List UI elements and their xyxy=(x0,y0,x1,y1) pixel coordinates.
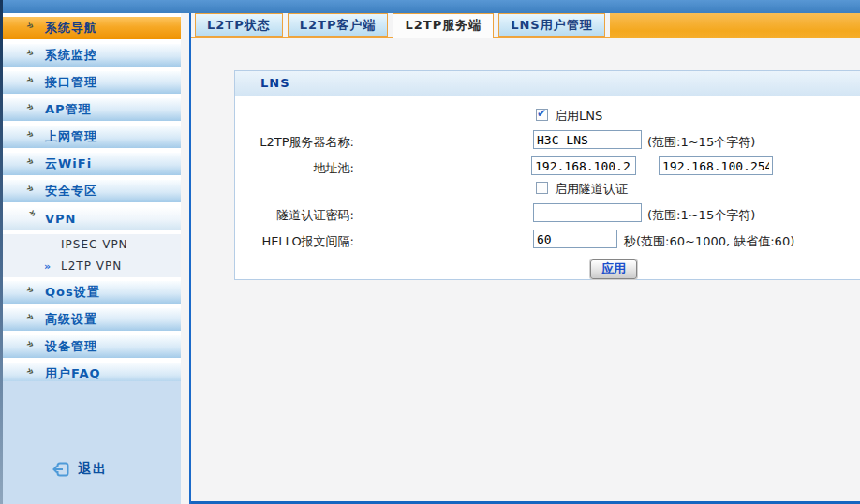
tab-l2tp-server[interactable]: L2TP服务端 xyxy=(393,13,494,38)
pool-end-input[interactable] xyxy=(659,156,773,175)
sidebar-item-label: 系统监控 xyxy=(45,47,97,64)
logout-button[interactable]: 退出 xyxy=(52,461,108,478)
sidebar-item-label: 安全专区 xyxy=(45,183,97,200)
sidebar-footer-area xyxy=(3,381,181,504)
sidebar-item-label: 系统导航 xyxy=(45,20,97,37)
sidebar-item-label: VPN xyxy=(45,212,76,226)
sidebar-item-label: AP管理 xyxy=(45,101,92,118)
sidebar-item-ap-mgmt[interactable]: » AP管理 xyxy=(3,98,181,121)
sidebar: » 系统导航 » 系统监控 » 接口管理 » AP管理 » 上网管理 » 云Wi… xyxy=(3,13,181,504)
chevron-right-icon: » xyxy=(24,282,47,303)
chevron-right-icon: » xyxy=(24,336,47,357)
chevron-right-icon: » xyxy=(44,256,49,277)
sidebar-item-system-monitor[interactable]: » 系统监控 xyxy=(3,44,181,67)
vertical-divider xyxy=(189,13,191,504)
sidebar-item-ipsec-vpn[interactable]: IPSEC VPN xyxy=(3,234,181,256)
chevron-right-icon: » xyxy=(24,126,47,147)
sidebar-item-l2tp-vpn[interactable]: » L2TP VPN xyxy=(3,256,181,277)
enable-lns-checkbox[interactable] xyxy=(536,109,548,121)
app-window: » 系统导航 » 系统监控 » 接口管理 » AP管理 » 上网管理 » 云Wi… xyxy=(0,0,860,504)
vpn-submenu: IPSEC VPN » L2TP VPN xyxy=(3,234,181,277)
pool-start-input[interactable] xyxy=(531,156,636,175)
submenu-item-label: L2TP VPN xyxy=(61,259,122,273)
enable-tunnel-auth-checkbox[interactable] xyxy=(536,182,548,194)
server-name-hint: (范围:1~15个字符) xyxy=(647,134,755,151)
tab-bar: L2TP状态 L2TP客户端 L2TP服务端 LNS用户管理 xyxy=(191,13,860,38)
hello-interval-hint: 秒(范围:60~1000, 缺省值:60) xyxy=(624,233,794,250)
submenu-item-label: IPSEC VPN xyxy=(61,238,128,251)
sidebar-item-label: 接口管理 xyxy=(45,74,97,91)
hello-interval-label: HELLO报文间隔: xyxy=(235,233,354,250)
sidebar-item-internet-mgmt[interactable]: » 上网管理 xyxy=(3,126,181,148)
sidebar-item-advanced[interactable]: » 高级设置 xyxy=(3,308,181,331)
chevron-down-icon: » xyxy=(25,207,46,230)
tab-l2tp-status[interactable]: L2TP状态 xyxy=(195,13,283,37)
lns-panel: LNS 启用LNS L2TP服务器名称: (范围:1~15个字符) 地址池: -… xyxy=(234,70,860,280)
sidebar-item-label: 云WiFi xyxy=(45,156,92,172)
panel-title: LNS xyxy=(235,71,860,96)
logout-label: 退出 xyxy=(78,461,108,478)
chevron-right-icon: » xyxy=(24,309,47,330)
sidebar-item-interface-mgmt[interactable]: » 接口管理 xyxy=(3,71,181,94)
chevron-right-icon: » xyxy=(24,181,47,201)
tunnel-password-label: 隧道认证密码: xyxy=(235,207,354,224)
chevron-right-icon: » xyxy=(24,154,47,174)
sidebar-item-label: Qos设置 xyxy=(45,284,100,301)
tab-lns-user-mgmt[interactable]: LNS用户管理 xyxy=(498,13,605,37)
sidebar-item-label: 设备管理 xyxy=(45,338,97,355)
sidebar-item-cloud-wifi[interactable]: » 云WiFi xyxy=(3,153,181,175)
sidebar-item-system-nav[interactable]: » 系统导航 xyxy=(3,17,181,39)
tunnel-password-hint: (范围:1~15个字符) xyxy=(647,207,755,224)
top-blue-bar xyxy=(0,0,860,13)
sidebar-item-label: 用户FAQ xyxy=(45,365,101,382)
enable-lns-label: 启用LNS xyxy=(555,108,602,125)
enable-tunnel-auth-label: 启用隧道认证 xyxy=(555,181,628,198)
tunnel-password-input[interactable] xyxy=(533,203,642,222)
apply-button[interactable]: 应用 xyxy=(590,259,637,279)
tab-l2tp-client[interactable]: L2TP客户端 xyxy=(288,13,389,37)
chevron-right-icon: » xyxy=(24,18,47,38)
server-name-label: L2TP服务器名称: xyxy=(235,134,354,151)
chevron-right-icon: » xyxy=(24,72,47,93)
chevron-right-icon: » xyxy=(24,99,47,120)
sidebar-item-device-mgmt[interactable]: » 设备管理 xyxy=(3,335,181,358)
sidebar-item-qos[interactable]: » Qos设置 xyxy=(3,281,181,304)
hello-interval-input[interactable] xyxy=(533,230,617,248)
sidebar-item-vpn[interactable]: » VPN xyxy=(3,207,181,230)
logout-icon xyxy=(52,462,69,477)
sidebar-item-label: 高级设置 xyxy=(45,311,97,328)
chevron-right-icon: » xyxy=(24,45,47,66)
sidebar-item-label: 上网管理 xyxy=(45,128,97,145)
server-name-input[interactable] xyxy=(533,130,642,149)
left-edge-bar xyxy=(0,0,3,504)
address-pool-label: 地址池: xyxy=(235,160,354,177)
tab-bar-orange-fill xyxy=(610,13,860,38)
pool-separator: -- xyxy=(641,162,656,176)
sidebar-item-security-zone[interactable]: » 安全专区 xyxy=(3,180,181,202)
lns-form: 启用LNS L2TP服务器名称: (范围:1~15个字符) 地址池: -- 启用… xyxy=(235,96,860,279)
